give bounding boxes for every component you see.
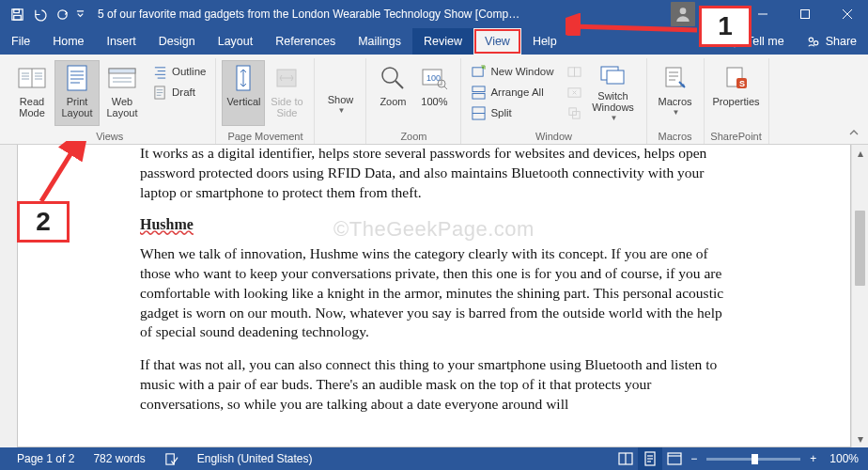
svg-text:S: S [739, 79, 745, 88]
document-page[interactable]: ©TheGeekPage.com It works as a digital i… [17, 145, 851, 447]
scroll-thumb[interactable] [855, 211, 865, 286]
zoom-percent[interactable]: 100% [820, 452, 860, 465]
svg-rect-7 [800, 10, 809, 19]
hundred-percent-button[interactable]: 100 100% [413, 60, 455, 126]
svg-rect-63 [666, 68, 681, 86]
group-macros: Macros ▼ Macros [647, 58, 705, 144]
show-button[interactable]: Show ▼ [320, 60, 360, 126]
svg-point-16 [814, 41, 817, 45]
read-mode-label: Read Mode [11, 96, 53, 118]
hundred-label: 100% [421, 96, 447, 107]
side-to-side-icon [271, 62, 302, 94]
show-label: Show [328, 94, 354, 105]
window-title: 5 of our favorite mad gadgets from the L… [86, 8, 671, 21]
svg-point-4 [680, 8, 687, 14]
status-page[interactable]: Page 1 of 2 [8, 452, 84, 465]
svg-rect-57 [575, 67, 581, 75]
tell-me-label: Tell me [747, 35, 784, 48]
web-layout-button[interactable]: Web Layout [100, 60, 145, 126]
svg-rect-2 [13, 15, 21, 20]
callout-1-text: 1 [718, 11, 733, 41]
paragraph-2: When we talk of innovation, Hushme wins … [140, 244, 728, 343]
svg-line-49 [444, 86, 447, 89]
heading-hushme: Hushme [140, 216, 728, 233]
svg-point-44 [382, 68, 397, 83]
svg-rect-50 [473, 67, 483, 75]
macros-button[interactable]: Macros ▼ [653, 60, 698, 126]
group-zoom-label: Zoom [400, 130, 426, 142]
print-layout-label: Print Layout [56, 96, 98, 118]
status-web-layout-icon[interactable] [662, 447, 687, 470]
tab-help[interactable]: Help [521, 28, 568, 55]
tab-view[interactable]: View [473, 28, 521, 55]
switch-windows-icon [597, 62, 629, 88]
status-proofing-icon[interactable] [155, 452, 188, 466]
undo-icon[interactable] [28, 0, 51, 28]
status-bar: Page 1 of 2 782 words English (United St… [0, 447, 868, 470]
new-window-button[interactable]: New Window [467, 62, 557, 81]
switch-windows-label: Switch Windows [588, 90, 639, 113]
scroll-up-icon[interactable]: ▴ [852, 145, 868, 162]
arrange-all-icon [471, 85, 486, 100]
tab-layout[interactable]: Layout [207, 28, 265, 55]
tab-home[interactable]: Home [41, 28, 95, 55]
status-print-layout-icon[interactable] [638, 447, 662, 470]
draft-label: Draft [172, 86, 195, 98]
status-read-mode-icon[interactable] [613, 447, 638, 470]
zoom-in-button[interactable]: + [806, 452, 820, 465]
macros-label: Macros [659, 96, 692, 107]
svg-rect-75 [668, 453, 681, 464]
share-button[interactable]: Share [796, 28, 868, 55]
scroll-down-icon[interactable]: ▾ [852, 431, 868, 447]
draft-button[interactable]: Draft [148, 83, 209, 102]
svg-point-15 [809, 38, 813, 41]
repeat-icon[interactable] [51, 0, 73, 28]
zoom-knob[interactable] [752, 454, 758, 464]
collapse-ribbon-icon[interactable] [845, 127, 862, 140]
status-language[interactable]: English (United States) [188, 452, 322, 465]
qat-dropdown-icon[interactable] [73, 0, 86, 28]
arrange-all-button[interactable]: Arrange All [467, 83, 557, 102]
tab-mailings[interactable]: Mailings [347, 28, 412, 55]
tab-file[interactable]: File [0, 28, 41, 55]
properties-button[interactable]: S Properties [710, 60, 763, 126]
svg-rect-52 [473, 86, 485, 91]
chevron-down-icon: ▼ [337, 105, 345, 117]
zoom-label: Zoom [380, 96, 406, 107]
tab-review[interactable]: Review [412, 28, 473, 55]
left-gutter [0, 145, 17, 447]
user-avatar[interactable] [671, 2, 695, 26]
save-icon[interactable] [6, 0, 28, 28]
outline-button[interactable]: Outline [148, 62, 209, 81]
tab-insert[interactable]: Insert [96, 28, 147, 55]
zoom-button[interactable]: Zoom [372, 60, 413, 126]
svg-rect-62 [607, 70, 624, 84]
status-words[interactable]: 782 words [84, 452, 154, 465]
callout-1: 1 [699, 6, 752, 47]
side-to-side-button[interactable]: Side to Side [265, 60, 308, 126]
zoom-icon [377, 62, 409, 94]
group-zoom: Zoom 100 100% Zoom [366, 58, 461, 144]
split-icon [471, 105, 486, 120]
group-window: New Window Arrange All Split [461, 58, 646, 144]
read-mode-button[interactable]: Read Mode [9, 60, 54, 126]
window-b-button [564, 83, 586, 102]
svg-rect-31 [109, 69, 135, 73]
ribbon: Read Mode Print Layout Web Layout [0, 55, 868, 145]
properties-icon: S [721, 62, 752, 94]
split-button[interactable]: Split [467, 103, 557, 122]
zoom-out-button[interactable]: − [687, 452, 701, 465]
vertical-scrollbar[interactable]: ▴ ▾ [851, 145, 868, 447]
print-layout-button[interactable]: Print Layout [54, 60, 100, 126]
zoom-slider[interactable] [706, 458, 800, 461]
switch-windows-button[interactable]: Switch Windows ▼ [586, 60, 641, 126]
tab-design[interactable]: Design [147, 28, 207, 55]
quick-access-toolbar [6, 0, 86, 28]
tab-references[interactable]: References [264, 28, 347, 55]
vertical-button[interactable]: Vertical [222, 60, 265, 126]
maximize-button[interactable] [783, 0, 826, 28]
close-button[interactable] [826, 0, 868, 28]
side-to-side-label: Side to Side [267, 96, 306, 118]
group-macros-label: Macros [659, 130, 692, 142]
document-area: ©TheGeekPage.com It works as a digital i… [0, 145, 868, 447]
